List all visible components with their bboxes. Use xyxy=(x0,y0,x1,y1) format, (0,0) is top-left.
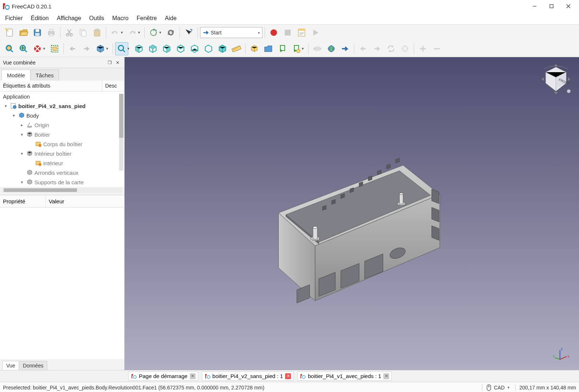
goto-linked-button[interactable] xyxy=(339,42,352,55)
refresh-button[interactable] xyxy=(147,26,160,39)
nav-back-button[interactable] xyxy=(66,42,79,55)
svg-point-64 xyxy=(133,376,136,378)
clip-plane-button[interactable] xyxy=(311,42,324,55)
redo-button[interactable] xyxy=(126,26,139,39)
tab-tasks[interactable]: Tâches xyxy=(30,70,59,81)
link-actions-dropdown[interactable]: ▼ xyxy=(301,47,305,51)
paste-button[interactable] xyxy=(91,26,104,39)
workbench-selector[interactable]: Start ▾ xyxy=(200,27,262,38)
link-actions-button[interactable] xyxy=(290,42,303,55)
minimize-button[interactable] xyxy=(526,1,543,12)
menu-window[interactable]: Fenêtre xyxy=(137,15,157,22)
tree-document[interactable]: ▾boitier_Pi4_v2_sans_pied xyxy=(0,101,124,111)
undo-button[interactable] xyxy=(108,26,122,39)
zoom-in-button[interactable] xyxy=(115,42,128,55)
save-button[interactable] xyxy=(31,26,44,39)
isometric-dropdown[interactable]: ▼ xyxy=(106,47,109,51)
fit-selection-button[interactable] xyxy=(17,42,30,55)
view-left-button[interactable] xyxy=(202,42,215,55)
recompute-button[interactable] xyxy=(164,26,177,39)
maximize-button[interactable] xyxy=(543,1,560,12)
macro-play-button[interactable] xyxy=(309,26,322,39)
view-front-button[interactable] xyxy=(132,42,145,55)
doctab-doc2-close[interactable]: ✕ xyxy=(383,373,389,379)
new-file-button[interactable] xyxy=(3,26,16,39)
view-top-button[interactable] xyxy=(146,42,159,55)
macro-stop-button[interactable] xyxy=(281,26,294,39)
doctab-doc2[interactable]: boitier_Pi4_v1_avec_pieds : 1 ✕ xyxy=(297,371,392,381)
zoom-plus-button[interactable] xyxy=(416,42,429,55)
tree-group-interieur[interactable]: ▾Intérieur boîtier xyxy=(0,149,124,158)
tree-origin[interactable]: ▸Origin xyxy=(0,120,124,130)
whats-this-button[interactable]: ? xyxy=(182,26,195,39)
tree-application[interactable]: Application xyxy=(0,92,124,101)
create-part-button[interactable] xyxy=(248,42,261,55)
tab-view[interactable]: Vue xyxy=(2,361,19,370)
tab-model[interactable]: Modèle xyxy=(1,70,30,81)
link-make-button[interactable] xyxy=(276,42,289,55)
svg-rect-9 xyxy=(36,29,39,32)
refresh-dropdown[interactable]: ▼ xyxy=(159,31,162,34)
menu-help[interactable]: Aide xyxy=(165,15,177,22)
tree-interieur[interactable]: intérieur xyxy=(0,158,124,168)
navigation-cube[interactable]: FRONT xyxy=(539,63,572,96)
tree-body[interactable]: ▾Body xyxy=(0,111,124,120)
zoom-dropdown[interactable]: ▼ xyxy=(127,47,130,51)
model-tree[interactable]: Application ▾boitier_Pi4_v2_sans_pied ▾B… xyxy=(0,92,124,187)
menu-view[interactable]: Affichage xyxy=(57,15,81,22)
menu-tools[interactable]: Outils xyxy=(89,15,104,22)
doctab-doc1-close[interactable]: ✕ xyxy=(285,373,291,379)
sel-back-button[interactable] xyxy=(357,42,370,55)
isometric-button[interactable] xyxy=(94,42,107,55)
view-rear-button[interactable] xyxy=(174,42,187,55)
svg-text:Y: Y xyxy=(553,355,555,358)
svg-rect-26 xyxy=(7,47,10,49)
status-bar: Preselected: boitier_Pi4_v1_avec_pieds.B… xyxy=(0,382,579,392)
macro-record-button[interactable] xyxy=(267,26,280,39)
measure-button[interactable] xyxy=(230,42,243,55)
doctab-doc1[interactable]: boitier_Pi4_v2_sans_pied : 1 ✕ xyxy=(202,371,294,381)
view-right-button[interactable] xyxy=(160,42,173,55)
tab-data[interactable]: Données xyxy=(19,361,47,370)
open-file-button[interactable] xyxy=(17,26,30,39)
nav-forward-button[interactable] xyxy=(80,42,93,55)
texture-mapping-button[interactable] xyxy=(325,42,338,55)
3d-viewport[interactable]: FRONT X Y Z xyxy=(125,57,579,370)
bounding-box-button[interactable] xyxy=(48,42,61,55)
macro-list-button[interactable] xyxy=(295,26,308,39)
sel-clear-button[interactable] xyxy=(398,42,412,55)
tree-scrollbar-thumb[interactable] xyxy=(119,94,123,138)
cut-button[interactable] xyxy=(63,26,76,39)
doctab-start-close[interactable]: ✕ xyxy=(190,373,196,379)
copy-button[interactable] xyxy=(77,26,90,39)
tree-supports[interactable]: ▾Supports de la carte xyxy=(0,177,124,187)
svg-point-2 xyxy=(9,7,10,8)
svg-point-44 xyxy=(567,89,571,93)
doctab-start[interactable]: Page de démarrage ✕ xyxy=(128,371,198,381)
sel-forward-button[interactable] xyxy=(370,42,384,55)
property-panel: Propriété Valeur xyxy=(0,195,124,359)
draw-style-button[interactable] xyxy=(31,42,44,55)
tree-group-boitier[interactable]: ▾Boitier xyxy=(0,130,124,139)
panel-close-button[interactable]: ✕ xyxy=(114,59,121,66)
panel-float-button[interactable]: ❐ xyxy=(106,59,113,66)
menu-edit[interactable]: Édition xyxy=(31,15,49,22)
tree-h-scrollbar[interactable] xyxy=(2,188,122,193)
zoom-minus-button[interactable] xyxy=(430,42,443,55)
menu-file[interactable]: Fichier xyxy=(5,15,23,22)
view-bottom-button[interactable] xyxy=(188,42,201,55)
nav-style-selector[interactable]: CAD ▼ xyxy=(482,384,510,391)
view-iso-cube-button[interactable] xyxy=(216,42,229,55)
create-group-button[interactable] xyxy=(262,42,275,55)
status-dimensions: 200,17 mm x 140,48 mm xyxy=(515,385,576,391)
print-button[interactable] xyxy=(45,26,58,39)
draw-style-dropdown[interactable]: ▼ xyxy=(43,47,46,51)
fit-all-button[interactable] xyxy=(3,42,16,55)
col-desc: Desc xyxy=(102,81,124,91)
menu-macro[interactable]: Macro xyxy=(112,15,128,22)
tree-arrondis[interactable]: Arrondis verticaux xyxy=(0,168,124,177)
tree-corps[interactable]: Corps du boîtier xyxy=(0,139,124,149)
sel-refresh-button[interactable] xyxy=(384,42,398,55)
close-button[interactable] xyxy=(560,1,577,12)
document-tabs: Page de démarrage ✕ boitier_Pi4_v2_sans_… xyxy=(0,370,579,382)
